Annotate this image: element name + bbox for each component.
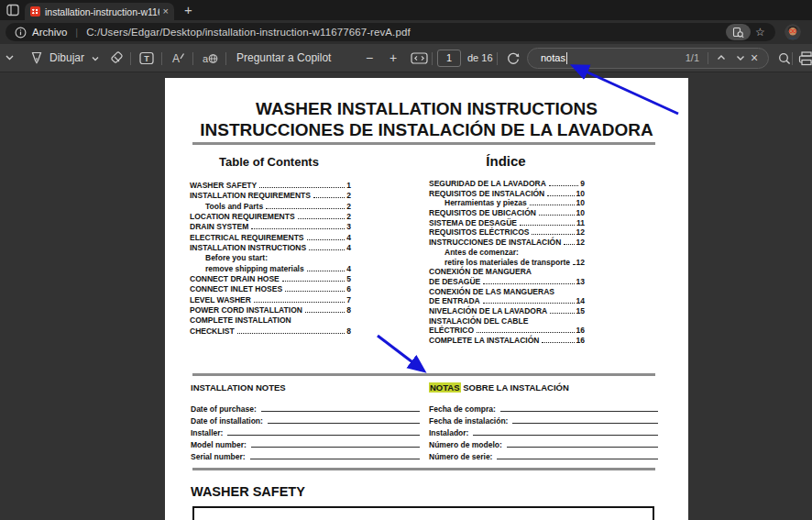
- toc-entry: DE ENTRADA14: [429, 296, 585, 306]
- dot-leader: [307, 239, 346, 240]
- toc-page-number: 12: [576, 238, 585, 247]
- address-url-text: C:/Users/Edgar/Desktop/installation-inst…: [86, 27, 410, 38]
- browser-tab[interactable]: installation-instruction-w1167766 ×: [25, 3, 174, 20]
- notes-form-row: Número de serie:: [429, 452, 658, 464]
- toc-entry: REQUISITOS DE INSTALACIÓN10: [429, 189, 585, 199]
- dot-leader: [298, 218, 346, 219]
- collapse-toolbar-icon[interactable]: [5, 52, 15, 62]
- notes-form-row: Serial number:: [191, 452, 420, 464]
- rotate-page-icon[interactable]: [506, 51, 521, 66]
- blank-fill-line: [261, 411, 420, 412]
- draw-chevron-down-icon[interactable]: [91, 54, 100, 63]
- toc-page-number: 13: [576, 277, 585, 286]
- toc-list-spanish: SEGURIDAD DE LA LAVADORA9REQUISITOS DE I…: [429, 179, 585, 346]
- toc-page-number: 10: [576, 189, 585, 198]
- dot-leader: [266, 208, 345, 209]
- draw-pen-icon[interactable]: [29, 50, 44, 65]
- ask-copilot-button[interactable]: Preguntar a Copilot: [236, 44, 331, 72]
- print-icon[interactable]: [798, 51, 812, 66]
- toc-page-number: 2: [346, 191, 351, 200]
- blank-fill-line: [268, 423, 420, 424]
- new-tab-button[interactable]: +: [184, 1, 192, 19]
- address-scheme-label: Archivo: [32, 27, 67, 38]
- toc-entry: CONNECT DRAIN HOSE5: [190, 274, 351, 284]
- find-previous-icon[interactable]: [716, 52, 727, 63]
- pdf-file-icon: [30, 6, 40, 17]
- find-close-icon[interactable]: ×: [751, 49, 758, 67]
- notes-divider-top: [192, 373, 655, 376]
- dot-leader: [282, 281, 346, 282]
- info-icon[interactable]: [15, 27, 27, 39]
- toc-entry: ELÉCTRICO16: [429, 326, 585, 336]
- dot-leader: [237, 333, 346, 334]
- find-next-icon[interactable]: [735, 52, 746, 63]
- blank-fill-line: [227, 435, 420, 436]
- toc-entry: COMPLETE LA INSTALACIÓN16: [429, 336, 585, 346]
- find-input[interactable]: notas: [541, 49, 565, 68]
- toc-entry: DRAIN SYSTEM3: [190, 222, 351, 232]
- toc-entry: CONEXIÓN DE MANGUERA: [429, 267, 585, 277]
- toc-entry: POWER CORD INSTALLATION8: [190, 305, 351, 315]
- favorites-star-icon[interactable]: ☆: [755, 25, 765, 39]
- toc-entry: SISTEMA DE DESAGÜE11: [429, 218, 585, 228]
- notes-form-spanish: Fecha de compra:Fecha de instalación:Ins…: [429, 404, 658, 464]
- translate-icon[interactable]: a: [202, 51, 218, 65]
- dot-leader: [259, 187, 345, 188]
- dot-leader: [483, 303, 575, 304]
- toc-entry: INSTALLATION REQUIREMENTS2: [190, 191, 351, 201]
- toc-entry: ELECTRICAL REQUIREMENTS4: [190, 233, 351, 243]
- blank-fill-line: [500, 411, 658, 412]
- page-number-input[interactable]: 1: [437, 50, 461, 67]
- blank-fill-line: [251, 447, 420, 448]
- pdf-content-area[interactable]: WASHER INSTALLATION INSTRUCTIONS INSTRUC…: [0, 72, 812, 520]
- blank-fill-line: [250, 459, 420, 459]
- zoom-in-button[interactable]: +: [390, 44, 397, 72]
- toc-page-number: 2: [346, 212, 351, 221]
- toc-page-number: 1: [346, 181, 351, 190]
- toc-entry: REQUISITOS ELÉCTRICOS12: [429, 227, 585, 238]
- toc-entry: COMPLETE INSTALLATION: [190, 315, 351, 326]
- toc-entry: INSTALACIÓN DEL CABLE: [429, 316, 585, 326]
- notes-form-row: Fecha de instalación:: [429, 416, 658, 428]
- fit-to-width-icon[interactable]: [411, 52, 428, 64]
- draw-button[interactable]: Dibujar: [49, 44, 84, 72]
- read-aloud-icon[interactable]: A: [170, 51, 185, 65]
- toc-entry: CHECKLIST8: [190, 326, 351, 337]
- notes-heading-english: INSTALLATION NOTES: [191, 382, 286, 393]
- dot-leader: [307, 271, 346, 271]
- toc-page-number: 14: [576, 296, 585, 305]
- search-icon[interactable]: [778, 52, 791, 65]
- toc-page-number: 2: [346, 202, 351, 211]
- toc-page-number: 16: [576, 326, 585, 335]
- toc-page-number: 15: [576, 306, 585, 315]
- toc-heading-english: Table of Contents: [190, 155, 348, 169]
- blank-fill-line: [473, 435, 658, 436]
- dot-leader: [547, 195, 574, 196]
- dot-leader: [285, 291, 345, 292]
- dot-leader: [251, 228, 345, 229]
- tab-layout-icon[interactable]: [6, 4, 19, 17]
- text-box-icon[interactable]: T: [139, 51, 154, 65]
- dot-leader: [313, 197, 345, 198]
- toc-page-number: 12: [576, 258, 585, 267]
- document-title: WASHER INSTALLATION INSTRUCTIONS INSTRUC…: [165, 98, 688, 140]
- address-bar[interactable]: Archivo | C:/Users/Edgar/Desktop/install…: [5, 23, 775, 41]
- dot-leader: [309, 249, 345, 250]
- blank-fill-line: [512, 423, 658, 424]
- profile-avatar[interactable]: [785, 24, 801, 40]
- toc-entry: INSTALLATION INSTRUCTIONS4: [190, 243, 351, 253]
- toc-page-number: 12: [576, 227, 585, 237]
- toc-entry: LOCATION REQUIREMENTS2: [190, 212, 351, 222]
- toc-entry: LEVEL WASHER7: [190, 295, 351, 305]
- find-bar[interactable]: notas 1/1 ×: [527, 48, 769, 69]
- svg-text:a: a: [203, 53, 209, 64]
- toc-entry: REQUISITOS DE UBICACIÓN10: [429, 208, 585, 218]
- browser-essentials-button[interactable]: [726, 24, 751, 40]
- zoom-out-button[interactable]: −: [366, 44, 373, 72]
- tab-close-icon[interactable]: ×: [163, 6, 169, 17]
- page-total-label: de 16: [467, 44, 493, 72]
- toc-page-number: 8: [346, 326, 351, 336]
- safety-warning-box: [192, 506, 654, 520]
- notes-form-row: Número de modelo:: [429, 440, 658, 452]
- eraser-icon[interactable]: [110, 51, 124, 65]
